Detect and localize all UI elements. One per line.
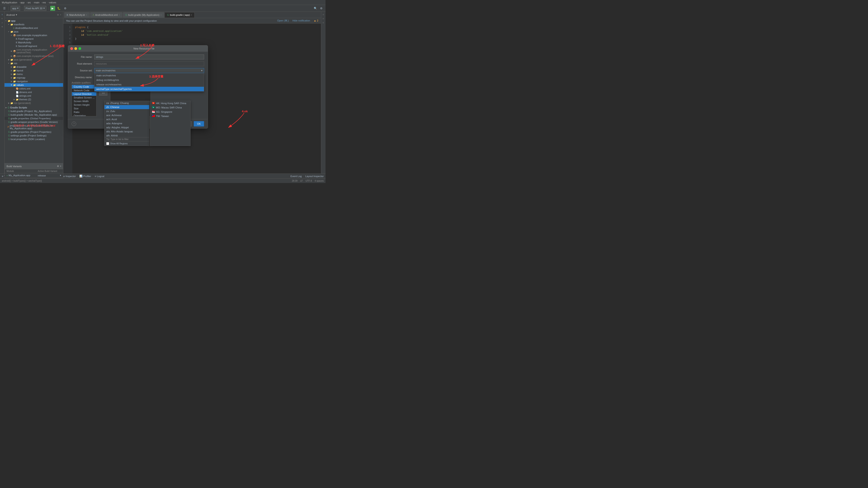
tree-item-androidtest[interactable]: ▶ 📦 com.example.myapplication (androidTe…	[4, 48, 63, 54]
qualifier-country-code[interactable]: Country Code	[72, 85, 96, 89]
debug-button[interactable]: 🐛	[57, 6, 61, 11]
settings-button[interactable]: ⚙	[319, 6, 324, 11]
qualifier-smallest-screen[interactable]: Smallest Screen ...	[72, 96, 96, 99]
source-set-value[interactable]: main src/main/res ▾	[94, 68, 204, 73]
tab-gradle-app[interactable]: G build.gradle (:app) ×	[164, 12, 195, 18]
tree-item-test[interactable]: ▶ 📦 com.example.myapplication (test)	[4, 54, 63, 58]
tab-close-mainactivity[interactable]: ×	[86, 14, 87, 16]
tab-gradle-my[interactable]: G build.gradle (My Application) ×	[123, 12, 164, 18]
qualifier-screen-width[interactable]: Screen Width	[72, 99, 96, 103]
qualifier-orientation[interactable]: Orientation	[72, 114, 96, 116]
help-button[interactable]: ?	[72, 122, 76, 126]
gear-icon[interactable]: ⚙	[57, 13, 59, 16]
tree-item-settings-gradle[interactable]: G settings.gradle (Project Settings)	[4, 134, 63, 137]
tree-item-app[interactable]: ▾ 📁 app	[4, 19, 63, 23]
tab-close-gradle-my[interactable]: ×	[160, 14, 162, 16]
qualifier-size[interactable]: Size	[72, 107, 96, 110]
tree-item-manifests[interactable]: ▾ 📁 manifests	[4, 23, 63, 26]
tree-item-local-props[interactable]: G local.properties (SDK Location)	[4, 137, 63, 141]
tab-androidmanifest[interactable]: A AndroidManifest.xml ×	[90, 12, 123, 18]
tree-item-mainactivity[interactable]: K MainActivity	[4, 41, 63, 44]
qualifier-ratio[interactable]: Ratio	[72, 110, 96, 114]
app-selector[interactable]: app ▾	[11, 6, 20, 11]
tree-item-gradle-global[interactable]: G gradle.properties (Global Properties)	[4, 117, 63, 120]
tree-item-values[interactable]: ▾ 📁 values	[4, 83, 63, 87]
tree-item-res-gen[interactable]: ▶ 📁 res (generated)	[4, 101, 63, 105]
tree-item-navigation[interactable]: ▶ 📁 navigation	[4, 79, 63, 83]
profiler-tool[interactable]: 📊 Profiler	[79, 175, 91, 177]
region-mo[interactable]: 🇲🇴 MO: Macau SAR China	[150, 105, 190, 109]
tab-mainactivity[interactable]: K MainActivity.kt ×	[64, 12, 90, 18]
qualifier-layout-direction[interactable]: Layout Direction	[72, 92, 96, 96]
source-set-option-release[interactable]: release src/release/res	[94, 82, 204, 87]
region-tw[interactable]: 🇹🇼 TW: Taiwan	[150, 114, 190, 118]
tree-item-firstfragment[interactable]: K FirstFragment	[4, 37, 63, 41]
gradle-right-icon[interactable]: G	[322, 13, 325, 16]
close-panel-icon[interactable]: ×	[60, 13, 61, 16]
tree-item-layout[interactable]: ▶ 📁 layout	[4, 69, 63, 72]
resource-manager-icon[interactable]: R	[0, 17, 4, 20]
bv-variant-selector[interactable]: release ▾	[36, 173, 63, 177]
tab-close-gradle-app[interactable]: ×	[191, 14, 192, 16]
tree-item-dimens[interactable]: 📄 dimens.xml	[4, 90, 63, 94]
tree-item-strings[interactable]: 📄 strings.xml	[4, 94, 63, 98]
show-all-regions[interactable]: Show All Regions	[106, 142, 128, 145]
tree-item-package-main[interactable]: ▾ 📦 com.example.myapplication	[4, 33, 63, 37]
tree-item-secondfragment[interactable]: K SecondFragment	[4, 44, 63, 48]
modal-close-button[interactable]	[70, 47, 73, 50]
lang-afh[interactable]: afh: Afrihili	[104, 133, 149, 137]
tree-item-res[interactable]: ▾ 📁 res	[4, 61, 63, 65]
lang-zu[interactable]: zu: Zulu	[104, 109, 149, 113]
bookmarks-icon[interactable]: ★	[0, 25, 4, 29]
qualifier-screen-height[interactable]: Screen Height	[72, 103, 96, 107]
qualifier-network-code[interactable]: Network Code	[72, 89, 96, 92]
tree-item-gradle-proj[interactable]: G build.gradle (Project: My_Application)	[4, 109, 63, 113]
project-icon[interactable]: 1	[0, 13, 4, 16]
show-all-checkbox[interactable]	[106, 142, 109, 145]
lang-zh[interactable]: zh: Chinese	[104, 105, 149, 109]
device-selector[interactable]: Pixel 4a API 30 ▾	[24, 6, 46, 11]
source-set-option-debug[interactable]: debug src/debug/res	[94, 78, 204, 82]
tree-item-drawable[interactable]: ▶ 📁 drawable	[4, 65, 63, 69]
run-button[interactable]: ▶	[50, 6, 55, 11]
emulator-icon[interactable]: E	[322, 21, 325, 24]
structure-icon[interactable]: 2	[0, 21, 4, 24]
tree-item-colors[interactable]: 🎨 colors.xml	[4, 87, 63, 90]
open-project-structure[interactable]: Open (⌘;)	[277, 19, 289, 22]
lang-ada[interactable]: ada: Adangme	[104, 121, 149, 125]
search-button[interactable]: 🔍	[313, 6, 318, 11]
logcat-tool[interactable]: ≡ Logcat	[95, 175, 104, 177]
tree-item-gradle-scripts[interactable]: ▶ G Gradle Scripts	[4, 106, 63, 109]
device-explorer-icon[interactable]: D	[322, 17, 325, 20]
hide-notification[interactable]: Hide notification	[292, 19, 310, 22]
region-sg[interactable]: 🇸🇬 SG: Singapore	[150, 109, 190, 114]
tree-item-gradle-proj2[interactable]: G gradle.properties (Project Properties)	[4, 130, 63, 134]
modal-minimize-button[interactable]	[74, 47, 77, 50]
ok-button[interactable]: OK	[194, 121, 204, 127]
layout-inspector-tool[interactable]: Layout Inspector	[305, 175, 324, 177]
source-set-option-main[interactable]: main src/main/res	[94, 73, 204, 78]
lang-ach[interactable]: ach: Acoli	[104, 117, 149, 121]
tree-item-gradle-app[interactable]: G build.gradle (Module: My_Application.a…	[4, 113, 63, 117]
attach-button[interactable]: ⚙	[63, 6, 68, 11]
tree-item-proguard[interactable]: P proguard-rules.pro (ProGuard Rules for…	[4, 124, 63, 130]
tree-item-gradle-wrapper[interactable]: G gradle-wrapper.properties (Gradle Vers…	[4, 120, 63, 124]
tree-item-java-gen[interactable]: ▶ 📁 java (generated)	[4, 58, 63, 61]
lang-afa[interactable]: afa: Afro-Asiatic languac	[104, 129, 149, 133]
hamburger-menu[interactable]: ☰	[2, 6, 7, 11]
tree-item-mipmap[interactable]: ▶ 📁 mipmap	[4, 76, 63, 79]
lang-ace[interactable]: ace: Achinese	[104, 113, 149, 117]
tree-item-themes[interactable]: ▶ 📁 themes (2)	[4, 98, 63, 101]
region-hk[interactable]: 🇭🇰 HK: Hong Kong SAR China	[150, 101, 190, 105]
event-log-tool[interactable]: Event Log	[290, 175, 302, 177]
tab-close-manifest[interactable]: ×	[119, 14, 120, 16]
file-name-input[interactable]	[94, 55, 204, 59]
tree-item-androidmanifest[interactable]: A AndroidManifest.xml	[4, 26, 63, 30]
tree-item-java[interactable]: ▾ 📁 java	[4, 30, 63, 33]
source-set-option-wechat[interactable]: wechatType src/wechatType/res	[94, 87, 204, 91]
modal-maximize-button[interactable]	[79, 47, 81, 50]
lang-za[interactable]: za: Zhuang; Chuang	[104, 101, 149, 105]
tree-item-menu[interactable]: ▶ 📁 menu	[4, 72, 63, 76]
lang-ady[interactable]: ady: Adyghe; Adygei	[104, 125, 149, 129]
bv-close-icon[interactable]: ×	[60, 165, 61, 167]
